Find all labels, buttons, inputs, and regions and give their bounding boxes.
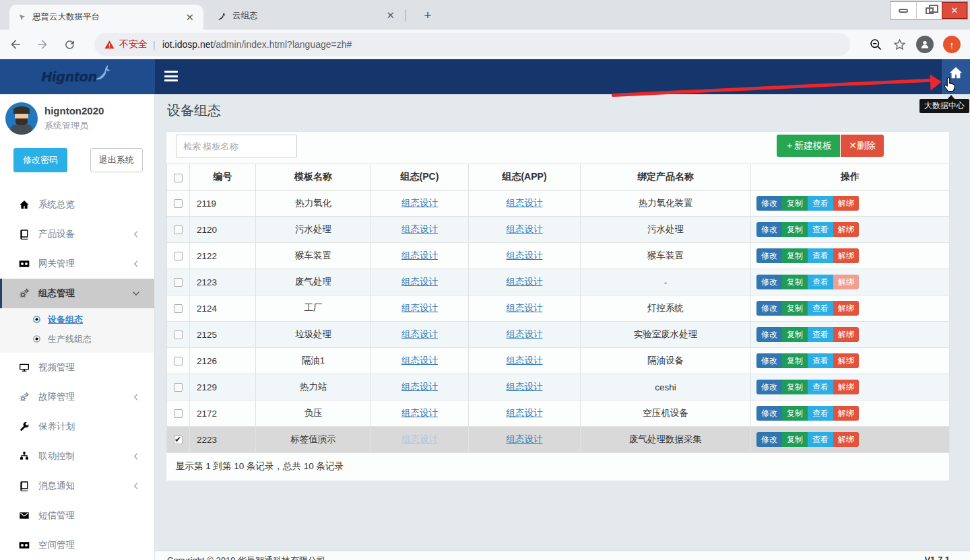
unbind-button[interactable]: 解绑	[833, 327, 859, 342]
config-app-link[interactable]: 组态设计	[507, 277, 543, 287]
sidebar-item-production-line-configuration[interactable]: 生产线组态	[0, 329, 154, 349]
new-template-button[interactable]: ＋新建模板	[777, 135, 840, 157]
copy-button[interactable]: 复制	[782, 301, 808, 316]
unbind-button[interactable]: 解绑	[833, 222, 859, 237]
new-tab-button[interactable]: +	[419, 7, 437, 24]
view-button[interactable]: 查看	[808, 432, 833, 447]
row-checkbox[interactable]	[174, 199, 183, 208]
row-checkbox[interactable]	[174, 330, 183, 339]
browser-forward-button[interactable]	[31, 33, 54, 56]
config-pc-link[interactable]: 组态设计	[401, 408, 438, 418]
view-button[interactable]: 查看	[808, 196, 833, 211]
window-restore-button[interactable]	[916, 2, 942, 19]
view-button[interactable]: 查看	[808, 353, 833, 368]
config-app-link[interactable]: 组态设计	[507, 382, 543, 392]
config-app-link[interactable]: 组态设计	[507, 408, 543, 418]
browser-back-button[interactable]	[4, 33, 27, 56]
window-close-button[interactable]: ✕	[942, 2, 967, 19]
view-button[interactable]: 查看	[808, 380, 833, 394]
sidebar-item-linkage-control[interactable]: 联动控制	[0, 442, 154, 471]
row-checkbox[interactable]	[174, 252, 183, 260]
view-button[interactable]: 查看	[808, 275, 833, 289]
browser-tab-active[interactable]: 思普云大数据平台 ✕	[9, 5, 203, 30]
copy-button[interactable]: 复制	[782, 275, 808, 289]
edit-button[interactable]: 修改	[756, 196, 782, 211]
edit-button[interactable]: 修改	[756, 353, 782, 368]
config-app-link[interactable]: 组态设计	[507, 355, 543, 365]
view-button[interactable]: 查看	[808, 327, 833, 342]
copy-button[interactable]: 复制	[782, 248, 808, 263]
view-button[interactable]: 查看	[808, 301, 833, 316]
unbind-button[interactable]: 解绑	[833, 196, 859, 211]
edit-button[interactable]: 修改	[756, 327, 782, 342]
sidebar-item-space-management[interactable]: 空间管理	[0, 530, 154, 560]
sidebar-item-video-management[interactable]: 视频管理	[0, 353, 154, 382]
search-input[interactable]	[176, 135, 297, 158]
config-pc-link[interactable]: 组态设计	[401, 355, 438, 365]
row-checkbox[interactable]	[174, 278, 183, 287]
edit-button[interactable]: 修改	[756, 432, 782, 447]
unbind-button[interactable]: 解绑	[833, 248, 859, 263]
row-checkbox[interactable]	[174, 383, 183, 392]
copy-button[interactable]: 复制	[782, 432, 808, 447]
config-app-link[interactable]: 组态设计	[507, 198, 543, 208]
view-button[interactable]: 查看	[808, 248, 833, 263]
security-label[interactable]: 不安全	[119, 38, 148, 50]
sidebar-item-maintenance-plan[interactable]: 保养计划	[0, 412, 154, 442]
user-avatar[interactable]	[5, 102, 38, 135]
zoom-out-icon[interactable]	[869, 38, 883, 52]
config-pc-link[interactable]: 组态设计	[401, 198, 438, 208]
config-pc-link[interactable]: 组态设计	[401, 303, 438, 313]
browser-reload-button[interactable]	[58, 33, 81, 56]
row-checkbox[interactable]	[174, 225, 183, 234]
sidebar-item-fault-management[interactable]: 故障管理	[0, 382, 154, 412]
config-app-link[interactable]: 组态设计	[507, 329, 543, 339]
tab-close-icon[interactable]: ✕	[383, 9, 397, 22]
unbind-button[interactable]: 解绑	[833, 301, 859, 316]
copy-button[interactable]: 复制	[782, 222, 808, 237]
sidebar-item-device-configuration[interactable]: 设备组态	[0, 310, 154, 329]
unbind-button[interactable]: 解绑	[833, 406, 859, 421]
copy-button[interactable]: 复制	[782, 380, 808, 394]
config-app-link[interactable]: 组态设计	[507, 224, 543, 234]
copy-button[interactable]: 复制	[782, 327, 808, 342]
config-pc-link[interactable]: 组态设计	[401, 382, 438, 392]
address-bar[interactable]: 不安全 | iot.idosp.net/admin/index.html?lan…	[94, 33, 850, 56]
edit-button[interactable]: 修改	[756, 406, 782, 421]
row-checkbox[interactable]	[174, 304, 183, 313]
row-checkbox[interactable]	[174, 409, 183, 418]
edit-button[interactable]: 修改	[756, 301, 782, 316]
window-minimize-button[interactable]	[891, 2, 916, 19]
edit-button[interactable]: 修改	[756, 248, 782, 263]
browser-profile-icon[interactable]	[916, 36, 934, 53]
config-pc-link[interactable]: 组态设计	[401, 224, 438, 234]
copy-button[interactable]: 复制	[782, 406, 808, 421]
config-app-link[interactable]: 组态设计	[507, 250, 543, 260]
edit-button[interactable]: 修改	[756, 222, 782, 237]
sidebar-item-message-notification[interactable]: 消息通知	[0, 471, 154, 501]
row-checkbox-checked[interactable]	[174, 435, 183, 444]
config-pc-link[interactable]: 组态设计	[401, 329, 438, 339]
tab-close-icon[interactable]: ✕	[183, 11, 197, 24]
config-pc-link[interactable]: 组态设计	[401, 277, 438, 287]
row-checkbox[interactable]	[174, 357, 183, 365]
logout-button[interactable]: 退出系统	[90, 148, 143, 172]
view-button[interactable]: 查看	[808, 406, 833, 421]
sidebar-item-gateway-management[interactable]: 网关管理	[0, 249, 154, 279]
edit-button[interactable]: 修改	[756, 380, 782, 394]
browser-tab-inactive[interactable]: 云组态 ✕	[209, 5, 404, 26]
copy-button[interactable]: 复制	[782, 196, 808, 211]
sidebar-item-configuration-management[interactable]: 组态管理	[0, 279, 154, 308]
view-button[interactable]: 查看	[808, 222, 833, 237]
sidebar-item-system-overview[interactable]: 系统总览	[0, 190, 154, 219]
bookmark-star-icon[interactable]	[893, 38, 907, 52]
unbind-button[interactable]: 解绑	[833, 432, 859, 447]
sidebar-item-sms-management[interactable]: 短信管理	[0, 501, 154, 530]
menu-toggle-icon[interactable]	[164, 71, 178, 81]
browser-extension-icon[interactable]: ↑	[943, 36, 961, 53]
unbind-button[interactable]: 解绑	[833, 380, 859, 394]
delete-button[interactable]: ✕删除	[841, 135, 884, 157]
config-app-link[interactable]: 组态设计	[507, 303, 543, 313]
unbind-button[interactable]: 解绑	[833, 353, 859, 368]
edit-button[interactable]: 修改	[756, 275, 782, 289]
